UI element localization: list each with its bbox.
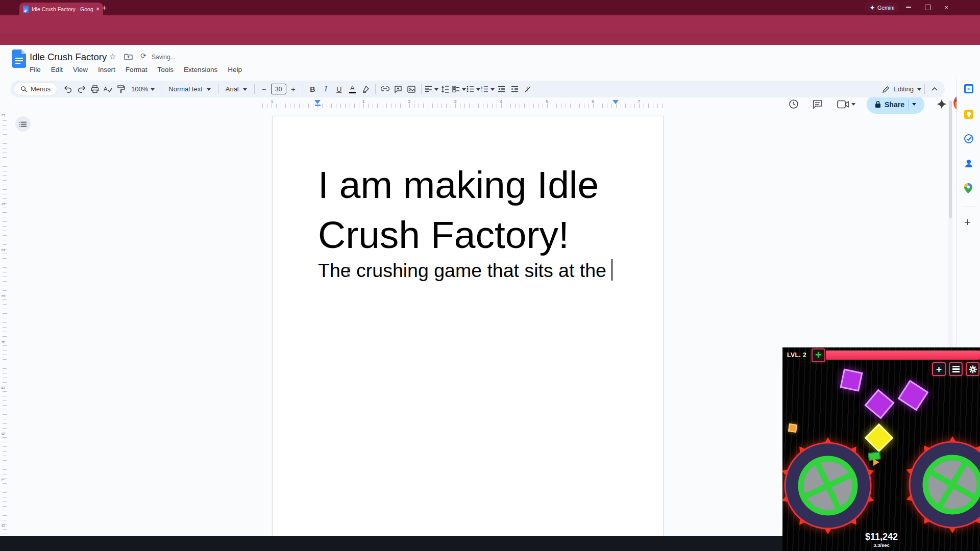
- gemini-button[interactable]: Gemini: [865, 3, 899, 13]
- document-page[interactable]: I am making Idle Crush Factory! The crus…: [272, 116, 664, 537]
- font-size-decrease-button[interactable]: −: [258, 83, 271, 95]
- body-text: The crushing game that sits at the: [318, 260, 611, 281]
- calendar-icon[interactable]: 31: [964, 84, 973, 93]
- lock-icon: [875, 101, 881, 108]
- orange-crystal: [788, 423, 797, 433]
- ruler-number: 2: [0, 247, 6, 253]
- contacts-icon[interactable]: [964, 159, 973, 168]
- line-spacing-button[interactable]: [439, 83, 452, 95]
- numbered-list-button[interactable]: 123: [481, 86, 495, 93]
- bulleted-list-button[interactable]: [467, 86, 480, 93]
- window-maximize-button[interactable]: [919, 0, 936, 14]
- share-button[interactable]: Share: [867, 95, 924, 114]
- collapse-toolbar-button[interactable]: [928, 83, 941, 95]
- gemini-sparkle-icon: [870, 5, 875, 10]
- font-select[interactable]: Arial: [222, 85, 251, 93]
- chevron-down-icon: [243, 88, 247, 93]
- highlight-color-button[interactable]: [359, 83, 372, 95]
- editing-mode-select[interactable]: Editing: [883, 85, 921, 93]
- menu-file[interactable]: File: [24, 64, 46, 75]
- maps-icon[interactable]: [964, 183, 973, 192]
- left-indent-marker[interactable]: [314, 100, 321, 104]
- print-button[interactable]: [88, 83, 101, 95]
- docs-scrollbar-thumb[interactable]: [949, 101, 952, 218]
- undo-button[interactable]: [62, 83, 75, 95]
- menu-help[interactable]: Help: [223, 64, 247, 75]
- heading-line-2: Crush Factory!: [318, 210, 599, 260]
- menu-view[interactable]: View: [68, 64, 93, 75]
- text-color-button[interactable]: A: [346, 83, 359, 95]
- right-indent-marker[interactable]: [612, 100, 619, 104]
- decrease-indent-button[interactable]: [495, 83, 508, 95]
- new-tab-button[interactable]: +: [102, 3, 107, 12]
- keep-icon[interactable]: [964, 110, 973, 119]
- horizontal-ruler[interactable]: [262, 104, 666, 108]
- star-doc-icon[interactable]: ☆: [109, 52, 116, 61]
- bookmarks-bar: All Bookmarks: [0, 33, 980, 45]
- browser-tab[interactable]: Idle Crush Factory - Google Docs ×: [19, 3, 103, 15]
- insert-image-button[interactable]: [405, 83, 418, 95]
- chevron-down-icon[interactable]: [851, 103, 855, 108]
- font-size-increase-button[interactable]: +: [287, 83, 300, 95]
- left-margin-marker[interactable]: [315, 105, 321, 106]
- align-button[interactable]: [425, 86, 438, 93]
- meet-video-icon[interactable]: [834, 96, 859, 112]
- version-history-icon[interactable]: [786, 96, 801, 112]
- checklist-button[interactable]: [452, 86, 466, 93]
- game-level-label: LVL. 2: [787, 352, 806, 359]
- purple-crystal: [864, 389, 894, 419]
- docs-favicon-icon: [23, 6, 29, 13]
- document-outline-button[interactable]: [15, 116, 31, 132]
- level-progress-bar: [826, 350, 980, 360]
- vertical-ruler[interactable]: [3, 116, 7, 536]
- svg-text:A: A: [104, 86, 108, 92]
- ruler-number: 3: [454, 98, 456, 104]
- outline-list-icon: [19, 121, 27, 127]
- italic-button[interactable]: I: [320, 83, 332, 95]
- menu-format[interactable]: Format: [120, 64, 153, 75]
- tab-close-icon[interactable]: ×: [96, 6, 100, 13]
- paragraph-style-select[interactable]: Normal text: [164, 85, 214, 93]
- chevron-down-icon: [917, 88, 921, 93]
- docs-app-icon[interactable]: [12, 49, 26, 68]
- clear-formatting-button[interactable]: T: [522, 83, 534, 95]
- comments-icon[interactable]: [810, 96, 825, 112]
- search-icon: [20, 86, 27, 92]
- insert-link-button[interactable]: [379, 83, 391, 95]
- window-close-button[interactable]: ×: [938, 0, 955, 14]
- increase-indent-button[interactable]: [508, 83, 521, 95]
- menu-tools[interactable]: Tools: [153, 64, 179, 75]
- bold-button[interactable]: B: [306, 83, 319, 95]
- tasks-icon[interactable]: [964, 134, 973, 143]
- add-comment-button[interactable]: [392, 83, 405, 95]
- side-panel-add-button[interactable]: +: [964, 218, 971, 227]
- game-menu-button[interactable]: [949, 362, 963, 376]
- gemini-sparkle-icon[interactable]: [934, 96, 949, 112]
- tab-title: Idle Crush Factory - Google Docs: [32, 6, 93, 12]
- move-folder-icon[interactable]: [124, 54, 133, 60]
- doc-title[interactable]: Idle Crush Factory: [30, 52, 107, 63]
- menu-insert[interactable]: Insert: [93, 64, 120, 75]
- share-dropdown-icon[interactable]: [912, 103, 916, 108]
- font-size-input[interactable]: 30: [271, 84, 286, 94]
- underline-button[interactable]: U: [333, 83, 346, 95]
- paint-format-button[interactable]: [115, 83, 128, 95]
- menu-extensions[interactable]: Extensions: [179, 64, 223, 75]
- game-settings-button[interactable]: [966, 362, 979, 376]
- spell-check-button[interactable]: A: [102, 83, 114, 95]
- money-rate: 3.3/sec: [841, 542, 922, 548]
- divider: [421, 84, 422, 94]
- menu-edit[interactable]: Edit: [46, 64, 68, 75]
- level-add-button[interactable]: +: [812, 348, 825, 362]
- zoom-select[interactable]: 100%: [128, 85, 158, 93]
- crusher-left[interactable]: [782, 437, 876, 534]
- idle-game-overlay: LVL. 2 + + $11,24: [782, 347, 980, 551]
- svg-text:3: 3: [481, 90, 482, 93]
- editing-mode-label: Editing: [893, 85, 914, 93]
- game-add-button[interactable]: +: [932, 362, 946, 376]
- crusher-right[interactable]: [904, 436, 980, 533]
- redo-button[interactable]: [75, 83, 88, 95]
- menus-search-button[interactable]: Menus: [14, 83, 57, 95]
- style-value: Normal text: [168, 85, 202, 93]
- window-minimize-button[interactable]: [900, 0, 917, 14]
